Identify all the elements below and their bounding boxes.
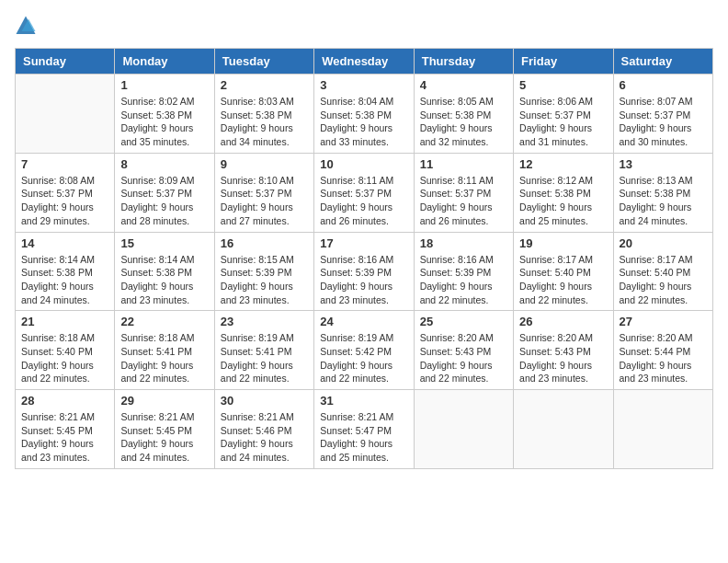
calendar-cell: 8Sunrise: 8:09 AM Sunset: 5:37 PM Daylig…	[115, 153, 214, 232]
calendar-cell: 25Sunrise: 8:20 AM Sunset: 5:43 PM Dayli…	[414, 311, 513, 390]
calendar-cell: 5Sunrise: 8:06 AM Sunset: 5:37 PM Daylig…	[514, 75, 613, 154]
calendar-cell: 28Sunrise: 8:21 AM Sunset: 5:45 PM Dayli…	[16, 390, 115, 469]
day-info: Sunrise: 8:20 AM Sunset: 5:43 PM Dayligh…	[420, 331, 507, 385]
day-number: 6	[620, 78, 707, 92]
day-number: 1	[120, 78, 208, 92]
calendar-cell	[414, 390, 513, 469]
day-info: Sunrise: 8:19 AM Sunset: 5:41 PM Dayligh…	[221, 331, 308, 385]
day-number: 15	[120, 236, 208, 250]
day-info: Sunrise: 8:15 AM Sunset: 5:39 PM Dayligh…	[221, 253, 308, 307]
calendar-header-row: SundayMondayTuesdayWednesdayThursdayFrid…	[16, 49, 713, 75]
day-info: Sunrise: 8:19 AM Sunset: 5:42 PM Dayligh…	[320, 331, 407, 385]
calendar-cell: 2Sunrise: 8:03 AM Sunset: 5:38 PM Daylig…	[214, 75, 313, 154]
weekday-header: Sunday	[16, 49, 115, 75]
day-number: 12	[519, 157, 607, 171]
calendar-cell: 24Sunrise: 8:19 AM Sunset: 5:42 PM Dayli…	[314, 311, 414, 390]
day-number: 29	[120, 394, 208, 408]
weekday-header: Thursday	[414, 49, 513, 75]
day-info: Sunrise: 8:21 AM Sunset: 5:46 PM Dayligh…	[221, 410, 308, 465]
logo	[15, 15, 40, 37]
calendar-cell	[16, 75, 115, 154]
day-info: Sunrise: 8:14 AM Sunset: 5:38 PM Dayligh…	[21, 253, 108, 307]
calendar-week-row: 14Sunrise: 8:14 AM Sunset: 5:38 PM Dayli…	[16, 232, 713, 311]
day-info: Sunrise: 8:12 AM Sunset: 5:38 PM Dayligh…	[519, 174, 607, 228]
calendar-body: 1Sunrise: 8:02 AM Sunset: 5:38 PM Daylig…	[16, 75, 713, 469]
day-info: Sunrise: 8:06 AM Sunset: 5:37 PM Dayligh…	[519, 95, 607, 149]
day-info: Sunrise: 8:11 AM Sunset: 5:37 PM Dayligh…	[420, 174, 507, 228]
weekday-header: Saturday	[613, 49, 712, 75]
day-info: Sunrise: 8:21 AM Sunset: 5:45 PM Dayligh…	[21, 410, 108, 465]
weekday-header: Friday	[514, 49, 613, 75]
day-info: Sunrise: 8:03 AM Sunset: 5:38 PM Dayligh…	[221, 95, 308, 149]
calendar-cell: 11Sunrise: 8:11 AM Sunset: 5:37 PM Dayli…	[414, 153, 513, 232]
day-info: Sunrise: 8:16 AM Sunset: 5:39 PM Dayligh…	[420, 253, 507, 307]
day-number: 27	[620, 315, 707, 328]
day-number: 18	[420, 236, 507, 250]
weekday-header: Monday	[115, 49, 214, 75]
day-info: Sunrise: 8:16 AM Sunset: 5:39 PM Dayligh…	[320, 253, 407, 307]
calendar-cell: 1Sunrise: 8:02 AM Sunset: 5:38 PM Daylig…	[115, 75, 214, 154]
day-info: Sunrise: 8:08 AM Sunset: 5:37 PM Dayligh…	[21, 174, 108, 228]
day-number: 16	[221, 236, 308, 250]
calendar-cell: 26Sunrise: 8:20 AM Sunset: 5:43 PM Dayli…	[514, 311, 613, 390]
day-number: 8	[120, 157, 208, 171]
day-number: 19	[519, 236, 607, 250]
day-number: 13	[620, 157, 707, 171]
calendar-cell: 7Sunrise: 8:08 AM Sunset: 5:37 PM Daylig…	[16, 153, 115, 232]
day-info: Sunrise: 8:05 AM Sunset: 5:38 PM Dayligh…	[420, 95, 507, 149]
day-number: 26	[519, 315, 607, 328]
day-info: Sunrise: 8:13 AM Sunset: 5:38 PM Dayligh…	[620, 174, 707, 228]
weekday-header: Wednesday	[314, 49, 414, 75]
day-info: Sunrise: 8:17 AM Sunset: 5:40 PM Dayligh…	[519, 253, 607, 307]
logo-icon	[15, 15, 37, 37]
calendar-cell: 3Sunrise: 8:04 AM Sunset: 5:38 PM Daylig…	[314, 75, 414, 154]
day-info: Sunrise: 8:09 AM Sunset: 5:37 PM Dayligh…	[120, 174, 208, 228]
calendar-cell: 10Sunrise: 8:11 AM Sunset: 5:37 PM Dayli…	[314, 153, 414, 232]
calendar-cell: 31Sunrise: 8:21 AM Sunset: 5:47 PM Dayli…	[314, 390, 414, 469]
calendar-cell: 27Sunrise: 8:20 AM Sunset: 5:44 PM Dayli…	[613, 311, 712, 390]
day-number: 9	[221, 157, 308, 171]
calendar-cell: 21Sunrise: 8:18 AM Sunset: 5:40 PM Dayli…	[16, 311, 115, 390]
day-info: Sunrise: 8:21 AM Sunset: 5:47 PM Dayligh…	[320, 410, 407, 465]
day-number: 3	[320, 78, 407, 92]
day-number: 21	[21, 315, 108, 328]
day-info: Sunrise: 8:04 AM Sunset: 5:38 PM Dayligh…	[320, 95, 407, 149]
day-number: 24	[320, 315, 407, 328]
calendar-cell: 14Sunrise: 8:14 AM Sunset: 5:38 PM Dayli…	[16, 232, 115, 311]
calendar-week-row: 28Sunrise: 8:21 AM Sunset: 5:45 PM Dayli…	[16, 390, 713, 469]
calendar-cell: 18Sunrise: 8:16 AM Sunset: 5:39 PM Dayli…	[414, 232, 513, 311]
weekday-header: Tuesday	[214, 49, 313, 75]
day-info: Sunrise: 8:02 AM Sunset: 5:38 PM Dayligh…	[120, 95, 208, 149]
day-number: 5	[519, 78, 607, 92]
calendar-cell: 30Sunrise: 8:21 AM Sunset: 5:46 PM Dayli…	[214, 390, 313, 469]
day-info: Sunrise: 8:10 AM Sunset: 5:37 PM Dayligh…	[221, 174, 308, 228]
calendar-cell: 4Sunrise: 8:05 AM Sunset: 5:38 PM Daylig…	[414, 75, 513, 154]
day-number: 25	[420, 315, 507, 328]
calendar-cell: 15Sunrise: 8:14 AM Sunset: 5:38 PM Dayli…	[115, 232, 214, 311]
calendar-cell: 20Sunrise: 8:17 AM Sunset: 5:40 PM Dayli…	[613, 232, 712, 311]
day-info: Sunrise: 8:20 AM Sunset: 5:44 PM Dayligh…	[620, 331, 707, 385]
calendar-cell	[514, 390, 613, 469]
calendar-week-row: 1Sunrise: 8:02 AM Sunset: 5:38 PM Daylig…	[16, 75, 713, 154]
day-number: 22	[120, 315, 208, 328]
day-info: Sunrise: 8:21 AM Sunset: 5:45 PM Dayligh…	[120, 410, 208, 465]
day-number: 31	[320, 394, 407, 408]
calendar-cell: 16Sunrise: 8:15 AM Sunset: 5:39 PM Dayli…	[214, 232, 313, 311]
day-info: Sunrise: 8:18 AM Sunset: 5:40 PM Dayligh…	[21, 331, 108, 385]
calendar-table: SundayMondayTuesdayWednesdayThursdayFrid…	[15, 48, 713, 469]
calendar-cell: 17Sunrise: 8:16 AM Sunset: 5:39 PM Dayli…	[314, 232, 414, 311]
calendar-cell	[613, 390, 712, 469]
calendar-cell: 22Sunrise: 8:18 AM Sunset: 5:41 PM Dayli…	[115, 311, 214, 390]
day-info: Sunrise: 8:17 AM Sunset: 5:40 PM Dayligh…	[620, 253, 707, 307]
day-number: 30	[221, 394, 308, 408]
day-info: Sunrise: 8:14 AM Sunset: 5:38 PM Dayligh…	[120, 253, 208, 307]
day-info: Sunrise: 8:07 AM Sunset: 5:37 PM Dayligh…	[620, 95, 707, 149]
day-number: 4	[420, 78, 507, 92]
calendar-cell: 19Sunrise: 8:17 AM Sunset: 5:40 PM Dayli…	[514, 232, 613, 311]
day-number: 2	[221, 78, 308, 92]
day-number: 10	[320, 157, 407, 171]
day-number: 11	[420, 157, 507, 171]
calendar-cell: 6Sunrise: 8:07 AM Sunset: 5:37 PM Daylig…	[613, 75, 712, 154]
day-info: Sunrise: 8:20 AM Sunset: 5:43 PM Dayligh…	[519, 331, 607, 385]
day-info: Sunrise: 8:18 AM Sunset: 5:41 PM Dayligh…	[120, 331, 208, 385]
